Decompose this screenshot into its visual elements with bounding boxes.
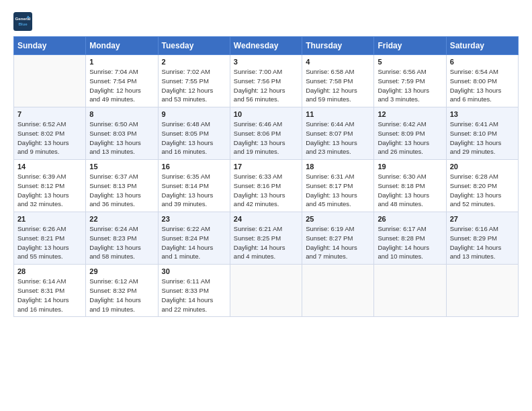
day-cell: 19Sunrise: 6:30 AM Sunset: 8:18 PM Dayli…: [374, 160, 446, 212]
day-number: 8: [89, 110, 154, 118]
day-info: Sunrise: 6:33 AM Sunset: 8:16 PM Dayligh…: [234, 172, 298, 209]
day-cell: [374, 265, 446, 317]
col-header-wednesday: Wednesday: [230, 37, 302, 55]
day-cell: 17Sunrise: 6:33 AM Sunset: 8:16 PM Dayli…: [230, 160, 302, 212]
day-info: Sunrise: 6:21 AM Sunset: 8:25 PM Dayligh…: [234, 224, 298, 261]
week-row-2: 7Sunrise: 6:52 AM Sunset: 8:02 PM Daylig…: [14, 107, 519, 160]
day-number: 10: [234, 110, 298, 118]
logo-icon: General Blue: [13, 12, 32, 31]
week-row-4: 21Sunrise: 6:26 AM Sunset: 8:21 PM Dayli…: [14, 212, 519, 265]
day-info: Sunrise: 6:28 AM Sunset: 8:20 PM Dayligh…: [450, 172, 515, 209]
day-cell: 5Sunrise: 6:56 AM Sunset: 7:59 PM Daylig…: [374, 55, 446, 107]
day-info: Sunrise: 6:11 AM Sunset: 8:33 PM Dayligh…: [162, 277, 226, 314]
day-cell: 16Sunrise: 6:35 AM Sunset: 8:14 PM Dayli…: [158, 160, 230, 212]
day-cell: 13Sunrise: 6:41 AM Sunset: 8:10 PM Dayli…: [446, 107, 518, 160]
day-info: Sunrise: 6:58 AM Sunset: 7:58 PM Dayligh…: [306, 67, 370, 104]
day-number: 5: [378, 58, 442, 66]
day-number: 20: [450, 163, 515, 171]
day-cell: 9Sunrise: 6:48 AM Sunset: 8:05 PM Daylig…: [158, 107, 230, 160]
day-info: Sunrise: 6:30 AM Sunset: 8:18 PM Dayligh…: [378, 172, 442, 209]
day-info: Sunrise: 6:50 AM Sunset: 8:03 PM Dayligh…: [89, 120, 154, 156]
calendar-table: SundayMondayTuesdayWednesdayThursdayFrid…: [13, 36, 519, 317]
day-number: 18: [306, 163, 370, 171]
day-info: Sunrise: 6:52 AM Sunset: 8:02 PM Dayligh…: [17, 120, 82, 156]
day-cell: 29Sunrise: 6:12 AM Sunset: 8:32 PM Dayli…: [86, 265, 158, 317]
day-number: 27: [450, 215, 515, 223]
day-number: 11: [306, 110, 370, 118]
day-cell: [14, 55, 86, 107]
day-info: Sunrise: 6:17 AM Sunset: 8:28 PM Dayligh…: [378, 224, 442, 261]
day-number: 23: [162, 215, 226, 223]
day-number: 12: [378, 110, 442, 118]
day-info: Sunrise: 6:56 AM Sunset: 7:59 PM Dayligh…: [378, 67, 442, 104]
day-info: Sunrise: 6:46 AM Sunset: 8:06 PM Dayligh…: [234, 120, 298, 156]
day-info: Sunrise: 6:54 AM Sunset: 8:00 PM Dayligh…: [450, 67, 515, 104]
day-cell: 10Sunrise: 6:46 AM Sunset: 8:06 PM Dayli…: [230, 107, 302, 160]
day-cell: 24Sunrise: 6:21 AM Sunset: 8:25 PM Dayli…: [230, 212, 302, 265]
day-cell: 21Sunrise: 6:26 AM Sunset: 8:21 PM Dayli…: [14, 212, 86, 265]
col-header-tuesday: Tuesday: [158, 37, 230, 55]
day-info: Sunrise: 6:22 AM Sunset: 8:24 PM Dayligh…: [162, 224, 226, 261]
day-number: 17: [234, 163, 298, 171]
day-number: 26: [378, 215, 442, 223]
day-cell: 2Sunrise: 7:02 AM Sunset: 7:55 PM Daylig…: [158, 55, 230, 107]
day-info: Sunrise: 6:44 AM Sunset: 8:07 PM Dayligh…: [306, 120, 370, 156]
day-number: 19: [378, 163, 442, 171]
day-number: 29: [89, 267, 154, 275]
day-number: 1: [89, 58, 154, 66]
col-header-friday: Friday: [374, 37, 446, 55]
day-number: 14: [17, 163, 82, 171]
day-number: 25: [306, 215, 370, 223]
day-info: Sunrise: 7:02 AM Sunset: 7:55 PM Dayligh…: [162, 67, 226, 104]
day-info: Sunrise: 6:39 AM Sunset: 8:12 PM Dayligh…: [17, 172, 82, 209]
svg-text:Blue: Blue: [18, 21, 28, 26]
day-cell: 11Sunrise: 6:44 AM Sunset: 8:07 PM Dayli…: [302, 107, 374, 160]
day-number: 2: [162, 58, 226, 66]
day-cell: 27Sunrise: 6:16 AM Sunset: 8:29 PM Dayli…: [446, 212, 518, 265]
day-number: 9: [162, 110, 226, 118]
day-cell: 6Sunrise: 6:54 AM Sunset: 8:00 PM Daylig…: [446, 55, 518, 107]
day-number: 21: [17, 215, 82, 223]
day-number: 4: [306, 58, 370, 66]
day-number: 22: [89, 215, 154, 223]
logo: General Blue: [13, 12, 35, 31]
day-cell: 20Sunrise: 6:28 AM Sunset: 8:20 PM Dayli…: [446, 160, 518, 212]
header: General Blue: [13, 12, 519, 31]
day-number: 3: [234, 58, 298, 66]
day-cell: 25Sunrise: 6:19 AM Sunset: 8:27 PM Dayli…: [302, 212, 374, 265]
day-cell: [446, 265, 518, 317]
day-cell: 7Sunrise: 6:52 AM Sunset: 8:02 PM Daylig…: [14, 107, 86, 160]
day-cell: 18Sunrise: 6:31 AM Sunset: 8:17 PM Dayli…: [302, 160, 374, 212]
day-info: Sunrise: 6:16 AM Sunset: 8:29 PM Dayligh…: [450, 224, 515, 261]
day-info: Sunrise: 6:35 AM Sunset: 8:14 PM Dayligh…: [162, 172, 226, 209]
day-number: 24: [234, 215, 298, 223]
week-row-5: 28Sunrise: 6:14 AM Sunset: 8:31 PM Dayli…: [14, 265, 519, 317]
day-cell: 28Sunrise: 6:14 AM Sunset: 8:31 PM Dayli…: [14, 265, 86, 317]
day-info: Sunrise: 6:19 AM Sunset: 8:27 PM Dayligh…: [306, 224, 370, 261]
day-info: Sunrise: 6:14 AM Sunset: 8:31 PM Dayligh…: [17, 277, 82, 314]
day-cell: 22Sunrise: 6:24 AM Sunset: 8:23 PM Dayli…: [86, 212, 158, 265]
day-info: Sunrise: 6:42 AM Sunset: 8:09 PM Dayligh…: [378, 120, 442, 156]
day-number: 30: [162, 267, 226, 275]
day-info: Sunrise: 6:37 AM Sunset: 8:13 PM Dayligh…: [89, 172, 154, 209]
day-cell: 23Sunrise: 6:22 AM Sunset: 8:24 PM Dayli…: [158, 212, 230, 265]
day-number: 7: [17, 110, 82, 118]
day-info: Sunrise: 6:31 AM Sunset: 8:17 PM Dayligh…: [306, 172, 370, 209]
day-number: 6: [450, 58, 515, 66]
col-header-sunday: Sunday: [14, 37, 86, 55]
day-info: Sunrise: 6:12 AM Sunset: 8:32 PM Dayligh…: [89, 277, 154, 314]
week-row-1: 1Sunrise: 7:04 AM Sunset: 7:54 PM Daylig…: [14, 55, 519, 107]
day-cell: 4Sunrise: 6:58 AM Sunset: 7:58 PM Daylig…: [302, 55, 374, 107]
day-info: Sunrise: 6:26 AM Sunset: 8:21 PM Dayligh…: [17, 224, 82, 261]
day-cell: 30Sunrise: 6:11 AM Sunset: 8:33 PM Dayli…: [158, 265, 230, 317]
day-info: Sunrise: 6:24 AM Sunset: 8:23 PM Dayligh…: [89, 224, 154, 261]
day-cell: [230, 265, 302, 317]
week-row-3: 14Sunrise: 6:39 AM Sunset: 8:12 PM Dayli…: [14, 160, 519, 212]
day-number: 15: [89, 163, 154, 171]
day-cell: 14Sunrise: 6:39 AM Sunset: 8:12 PM Dayli…: [14, 160, 86, 212]
day-info: Sunrise: 6:41 AM Sunset: 8:10 PM Dayligh…: [450, 120, 515, 156]
day-cell: 8Sunrise: 6:50 AM Sunset: 8:03 PM Daylig…: [86, 107, 158, 160]
day-cell: 3Sunrise: 7:00 AM Sunset: 7:56 PM Daylig…: [230, 55, 302, 107]
day-cell: 15Sunrise: 6:37 AM Sunset: 8:13 PM Dayli…: [86, 160, 158, 212]
day-cell: 1Sunrise: 7:04 AM Sunset: 7:54 PM Daylig…: [86, 55, 158, 107]
